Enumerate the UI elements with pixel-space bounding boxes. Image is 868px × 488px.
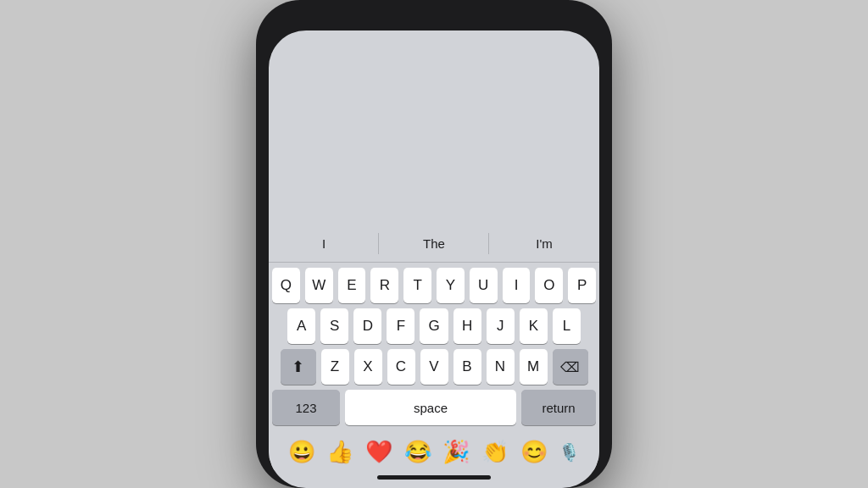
key-l[interactable]: L <box>553 308 581 344</box>
key-e[interactable]: E <box>338 268 366 303</box>
key-t[interactable]: T <box>403 268 431 303</box>
delete-key[interactable]: ⌫ <box>553 349 588 385</box>
key-f[interactable]: F <box>387 308 415 344</box>
emoji-heart[interactable]: ❤️ <box>365 439 392 465</box>
key-n[interactable]: N <box>487 349 515 385</box>
keyboard-row-2: A S D F G H J K L <box>272 308 596 344</box>
key-i[interactable]: I <box>503 268 531 303</box>
keyboard: Q W E R T Y U I O P A S D F G H J K <box>269 263 599 432</box>
key-w[interactable]: W <box>305 268 333 303</box>
mic-icon[interactable]: 🎙️ <box>559 442 580 463</box>
phone-inner: I The I'm Q W E R T Y U I O P A S <box>269 30 599 488</box>
key-s[interactable]: S <box>320 308 348 344</box>
numbers-key[interactable]: 123 <box>272 390 340 425</box>
key-y[interactable]: Y <box>437 268 465 303</box>
emoji-laugh[interactable]: 😂 <box>404 439 431 465</box>
key-r[interactable]: R <box>370 268 398 303</box>
predictive-item-2[interactable]: I'm <box>489 225 599 262</box>
key-u[interactable]: U <box>470 268 498 303</box>
emoji-bar: 😀 👍 ❤️ 😂 🎉 👏 😊 🎙️ <box>269 432 599 470</box>
predictive-item-0[interactable]: I <box>269 225 379 262</box>
emoji-clap[interactable]: 👏 <box>481 439 509 465</box>
keyboard-row-3: ⬆ Z X C V B N M ⌫ <box>272 349 596 385</box>
emoji-smiley[interactable]: 😀 <box>288 439 315 465</box>
key-b[interactable]: B <box>453 349 481 385</box>
phone-frame: I The I'm Q W E R T Y U I O P A S <box>256 0 612 488</box>
key-x[interactable]: X <box>354 349 382 385</box>
key-k[interactable]: K <box>520 308 548 344</box>
return-key[interactable]: return <box>521 390 596 425</box>
key-j[interactable]: J <box>487 308 515 344</box>
emoji-thumbsup[interactable]: 👍 <box>326 439 353 465</box>
space-key[interactable]: space <box>345 390 516 425</box>
key-h[interactable]: H <box>453 308 481 344</box>
shift-key[interactable]: ⬆ <box>281 349 316 385</box>
key-p[interactable]: P <box>568 268 596 303</box>
key-q[interactable]: Q <box>272 268 300 303</box>
home-indicator <box>377 475 491 480</box>
keyboard-row-1: Q W E R T Y U I O P <box>272 268 596 303</box>
emoji-party[interactable]: 🎉 <box>442 439 470 465</box>
key-c[interactable]: C <box>387 349 415 385</box>
key-m[interactable]: M <box>520 349 548 385</box>
keyboard-row-4: 123 space return <box>272 390 596 425</box>
emoji-smile[interactable]: 😊 <box>520 439 548 465</box>
key-z[interactable]: Z <box>321 349 349 385</box>
predictive-bar: I The I'm <box>269 225 599 263</box>
key-a[interactable]: A <box>287 308 315 344</box>
key-d[interactable]: D <box>353 308 381 344</box>
key-g[interactable]: G <box>420 308 448 344</box>
predictive-item-1[interactable]: The <box>379 225 489 262</box>
key-v[interactable]: V <box>420 349 448 385</box>
key-o[interactable]: O <box>535 268 563 303</box>
